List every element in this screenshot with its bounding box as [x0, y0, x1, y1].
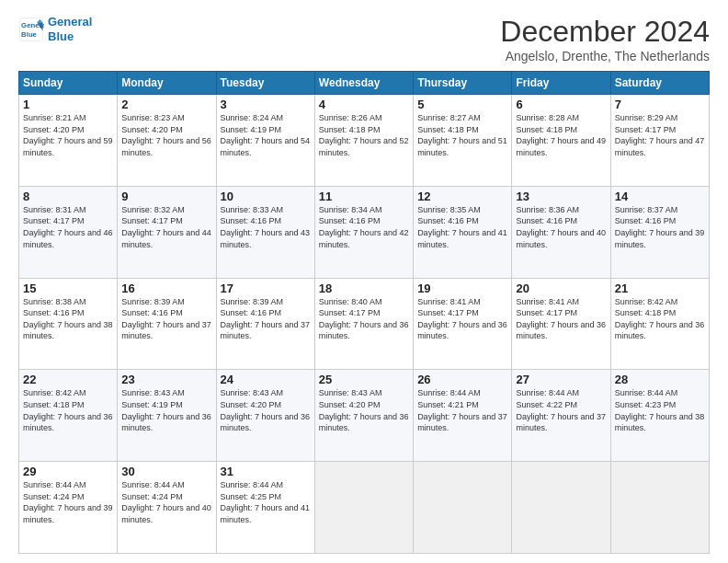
col-tuesday: Tuesday	[216, 72, 314, 95]
cell-info: Sunrise: 8:36 AM Sunset: 4:16 PM Dayligh…	[516, 204, 606, 250]
table-row: 25 Sunrise: 8:43 AM Sunset: 4:20 PM Dayl…	[314, 370, 413, 462]
table-row: 29 Sunrise: 8:44 AM Sunset: 4:24 PM Dayl…	[19, 462, 118, 554]
table-row: 14 Sunrise: 8:37 AM Sunset: 4:16 PM Dayl…	[610, 186, 709, 278]
table-row: 2 Sunrise: 8:23 AM Sunset: 4:20 PM Dayli…	[118, 95, 216, 187]
day-number: 28	[615, 373, 705, 386]
day-number: 5	[417, 98, 507, 111]
location: Angelslo, Drenthe, The Netherlands	[500, 49, 710, 63]
cell-info: Sunrise: 8:42 AM Sunset: 4:18 PM Dayligh…	[23, 387, 113, 433]
cell-info: Sunrise: 8:38 AM Sunset: 4:16 PM Dayligh…	[23, 296, 113, 342]
col-monday: Monday	[118, 72, 216, 95]
day-number: 1	[23, 98, 113, 111]
day-number: 11	[319, 190, 409, 203]
table-row: 27 Sunrise: 8:44 AM Sunset: 4:22 PM Dayl…	[512, 370, 610, 462]
table-row: 12 Sunrise: 8:35 AM Sunset: 4:16 PM Dayl…	[414, 186, 512, 278]
day-number: 7	[615, 98, 705, 111]
col-sunday: Sunday	[19, 72, 118, 95]
day-number: 16	[121, 282, 211, 295]
day-number: 18	[319, 282, 409, 295]
day-number: 14	[615, 190, 705, 203]
day-number: 19	[417, 282, 507, 295]
cell-info: Sunrise: 8:26 AM Sunset: 4:18 PM Dayligh…	[319, 112, 409, 158]
day-number: 8	[23, 190, 113, 203]
table-row: 30 Sunrise: 8:44 AM Sunset: 4:24 PM Dayl…	[118, 462, 216, 554]
cell-info: Sunrise: 8:34 AM Sunset: 4:16 PM Dayligh…	[319, 204, 409, 250]
cell-info: Sunrise: 8:24 AM Sunset: 4:19 PM Dayligh…	[221, 112, 311, 158]
cell-info: Sunrise: 8:44 AM Sunset: 4:25 PM Dayligh…	[221, 479, 311, 525]
cell-info: Sunrise: 8:44 AM Sunset: 4:24 PM Dayligh…	[121, 479, 211, 525]
table-row: 31 Sunrise: 8:44 AM Sunset: 4:25 PM Dayl…	[216, 462, 314, 554]
day-number: 21	[615, 282, 705, 295]
day-number: 13	[516, 190, 606, 203]
header: General Blue General Blue December 2024 …	[18, 15, 710, 63]
cell-info: Sunrise: 8:44 AM Sunset: 4:24 PM Dayligh…	[23, 479, 113, 525]
day-number: 3	[221, 98, 311, 111]
table-row: 6 Sunrise: 8:28 AM Sunset: 4:18 PM Dayli…	[512, 95, 610, 187]
table-row: 21 Sunrise: 8:42 AM Sunset: 4:18 PM Dayl…	[610, 278, 709, 370]
day-number: 6	[516, 98, 606, 111]
day-number: 22	[23, 373, 113, 386]
cell-info: Sunrise: 8:23 AM Sunset: 4:20 PM Dayligh…	[121, 112, 211, 158]
day-number: 25	[319, 373, 409, 386]
table-row: 17 Sunrise: 8:39 AM Sunset: 4:16 PM Dayl…	[216, 278, 314, 370]
day-number: 24	[221, 373, 311, 386]
calendar-week-row: 1 Sunrise: 8:21 AM Sunset: 4:20 PM Dayli…	[19, 95, 710, 187]
day-number: 23	[121, 373, 211, 386]
cell-info: Sunrise: 8:43 AM Sunset: 4:20 PM Dayligh…	[221, 387, 311, 433]
cell-info: Sunrise: 8:43 AM Sunset: 4:20 PM Dayligh…	[319, 387, 409, 433]
table-row: 13 Sunrise: 8:36 AM Sunset: 4:16 PM Dayl…	[512, 186, 610, 278]
day-number: 10	[221, 190, 311, 203]
calendar-week-row: 22 Sunrise: 8:42 AM Sunset: 4:18 PM Dayl…	[19, 370, 710, 462]
table-row: 24 Sunrise: 8:43 AM Sunset: 4:20 PM Dayl…	[216, 370, 314, 462]
cell-info: Sunrise: 8:39 AM Sunset: 4:16 PM Dayligh…	[121, 296, 211, 342]
col-thursday: Thursday	[414, 72, 512, 95]
table-row: 8 Sunrise: 8:31 AM Sunset: 4:17 PM Dayli…	[19, 186, 118, 278]
table-row: 20 Sunrise: 8:41 AM Sunset: 4:17 PM Dayl…	[512, 278, 610, 370]
day-number: 15	[23, 282, 113, 295]
cell-info: Sunrise: 8:37 AM Sunset: 4:16 PM Dayligh…	[615, 204, 705, 250]
cell-info: Sunrise: 8:31 AM Sunset: 4:17 PM Dayligh…	[23, 204, 113, 250]
logo-icon: General Blue	[18, 17, 44, 42]
day-number: 31	[221, 465, 311, 478]
day-number: 2	[121, 98, 211, 111]
table-row: 22 Sunrise: 8:42 AM Sunset: 4:18 PM Dayl…	[19, 370, 118, 462]
cell-info: Sunrise: 8:21 AM Sunset: 4:20 PM Dayligh…	[23, 112, 113, 158]
cell-info: Sunrise: 8:40 AM Sunset: 4:17 PM Dayligh…	[319, 296, 409, 342]
svg-text:Blue: Blue	[21, 29, 38, 38]
logo: General Blue General Blue	[18, 15, 92, 43]
cell-info: Sunrise: 8:44 AM Sunset: 4:23 PM Dayligh…	[615, 387, 705, 433]
calendar-table: Sunday Monday Tuesday Wednesday Thursday…	[18, 71, 710, 554]
day-number: 17	[221, 282, 311, 295]
logo-line1: General	[48, 15, 92, 29]
cell-info: Sunrise: 8:41 AM Sunset: 4:17 PM Dayligh…	[417, 296, 507, 342]
cell-info: Sunrise: 8:43 AM Sunset: 4:19 PM Dayligh…	[121, 387, 211, 433]
day-number: 27	[516, 373, 606, 386]
table-row: 18 Sunrise: 8:40 AM Sunset: 4:17 PM Dayl…	[314, 278, 413, 370]
table-row: 7 Sunrise: 8:29 AM Sunset: 4:17 PM Dayli…	[610, 95, 709, 187]
cell-info: Sunrise: 8:32 AM Sunset: 4:17 PM Dayligh…	[121, 204, 211, 250]
cell-info: Sunrise: 8:29 AM Sunset: 4:17 PM Dayligh…	[615, 112, 705, 158]
table-row: 11 Sunrise: 8:34 AM Sunset: 4:16 PM Dayl…	[314, 186, 413, 278]
table-row: 10 Sunrise: 8:33 AM Sunset: 4:16 PM Dayl…	[216, 186, 314, 278]
table-row: 9 Sunrise: 8:32 AM Sunset: 4:17 PM Dayli…	[118, 186, 216, 278]
calendar-week-row: 29 Sunrise: 8:44 AM Sunset: 4:24 PM Dayl…	[19, 462, 710, 554]
table-row	[414, 462, 512, 554]
calendar-week-row: 15 Sunrise: 8:38 AM Sunset: 4:16 PM Dayl…	[19, 278, 710, 370]
cell-info: Sunrise: 8:44 AM Sunset: 4:22 PM Dayligh…	[516, 387, 606, 433]
cell-info: Sunrise: 8:44 AM Sunset: 4:21 PM Dayligh…	[417, 387, 507, 433]
cell-info: Sunrise: 8:27 AM Sunset: 4:18 PM Dayligh…	[417, 112, 507, 158]
table-row: 15 Sunrise: 8:38 AM Sunset: 4:16 PM Dayl…	[19, 278, 118, 370]
calendar-week-row: 8 Sunrise: 8:31 AM Sunset: 4:17 PM Dayli…	[19, 186, 710, 278]
cell-info: Sunrise: 8:41 AM Sunset: 4:17 PM Dayligh…	[516, 296, 606, 342]
table-row	[610, 462, 709, 554]
day-number: 9	[121, 190, 211, 203]
table-row: 1 Sunrise: 8:21 AM Sunset: 4:20 PM Dayli…	[19, 95, 118, 187]
cell-info: Sunrise: 8:39 AM Sunset: 4:16 PM Dayligh…	[221, 296, 311, 342]
day-number: 4	[319, 98, 409, 111]
table-row	[314, 462, 413, 554]
day-number: 29	[23, 465, 113, 478]
table-row: 4 Sunrise: 8:26 AM Sunset: 4:18 PM Dayli…	[314, 95, 413, 187]
cell-info: Sunrise: 8:28 AM Sunset: 4:18 PM Dayligh…	[516, 112, 606, 158]
table-row: 26 Sunrise: 8:44 AM Sunset: 4:21 PM Dayl…	[414, 370, 512, 462]
col-friday: Friday	[512, 72, 610, 95]
